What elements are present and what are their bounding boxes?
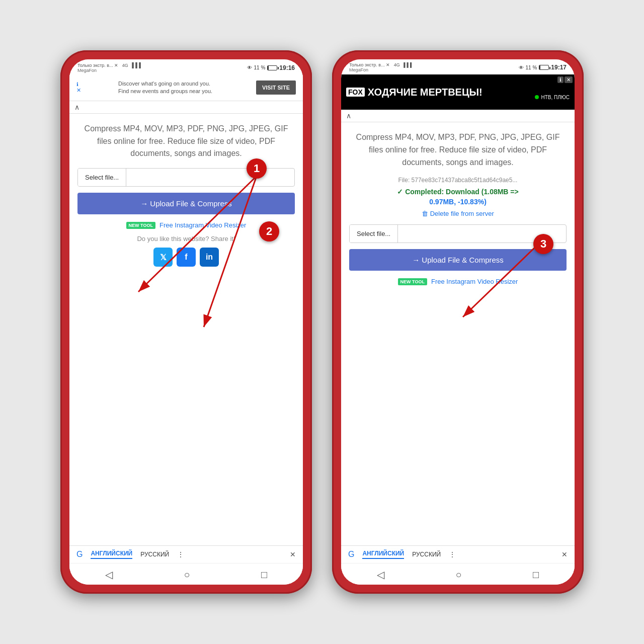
translate-bar-1: G АНГЛИЙСКИЙ РУССКИЙ ⋮ ✕ [69, 545, 303, 563]
new-tool-link-2[interactable]: Free Instagram Video Resizer [431, 278, 518, 285]
translate-close-button-2[interactable]: ✕ [561, 550, 568, 558]
browser-tab-2: Только экстр. в... ✕ 4G ▌▌▌ [349, 62, 413, 67]
phone-1: Только экстр. в... ✕ 4G ▌▌▌ MegaFon 👁 11… [60, 50, 312, 594]
status-left-2: Только экстр. в... ✕ 4G ▌▌▌ MegaFon [349, 62, 413, 72]
file-name-area-1 [126, 169, 294, 186]
battery-icon-2 [539, 65, 549, 70]
status-right-2: 👁 11 % 19:17 [519, 64, 567, 71]
google-translate-icon: G [76, 550, 83, 559]
back-icon-2[interactable]: ◁ [377, 569, 384, 581]
collapse-bar-2[interactable]: ∧ [341, 110, 575, 122]
phone-2: Только экстр. в... ✕ 4G ▌▌▌ MegaFon 👁 11… [332, 50, 584, 594]
fox-content: FOX ХОДЯЧИЕ МЕРТВЕЦЫ! [346, 87, 482, 98]
ntv-live-dot [535, 95, 539, 99]
chevron-up-icon-2[interactable]: ∧ [346, 112, 351, 120]
recents-icon[interactable]: □ [261, 569, 267, 581]
status-left-1: Только экстр. в... ✕ 4G ▌▌▌ MegaFon [77, 62, 142, 73]
battery-percent: 11 % [254, 65, 266, 70]
nav-bar-2: ◁ ○ □ [341, 563, 575, 585]
eye-icon-2: 👁 [519, 65, 524, 70]
eye-icon: 👁 [247, 65, 252, 70]
time-display-2: 19:17 [551, 64, 567, 71]
translate-lang-english-1[interactable]: АНГЛИЙСКИЙ [91, 550, 132, 559]
back-icon[interactable]: ◁ [105, 569, 113, 581]
main-description-2: Compress MP4, MOV, MP3, PDF, PNG, JPG, J… [349, 131, 567, 169]
battery-percent-2: 11 % [526, 65, 537, 70]
social-icons-1: 𝕏 f in [153, 248, 219, 267]
ad-close-buttons: ℹ ✕ [557, 76, 573, 83]
signal-icon: ▌▌▌ [132, 62, 142, 68]
screen-content-1: ℹ ✕ Discover what's going on around you.… [69, 75, 303, 585]
phone-screen-1: Только экстр. в... ✕ 4G ▌▌▌ MegaFon 👁 11… [69, 59, 303, 585]
recents-icon-2[interactable]: □ [533, 569, 539, 581]
facebook-icon: f [185, 253, 187, 262]
annotation-3: 3 [533, 234, 553, 254]
new-tool-badge-1: NEW TOOL [126, 222, 155, 229]
annotation-1: 1 [247, 158, 267, 179]
carrier-label-2: MegaFon [349, 67, 413, 72]
collapse-bar-1[interactable]: ∧ [69, 101, 303, 114]
twitter-icon: 𝕏 [160, 253, 167, 262]
linkedin-icon: in [206, 253, 213, 262]
ad-info: ℹ [76, 82, 81, 87]
completed-line1: ✓ Completed: Download (1.08MB => [397, 188, 518, 196]
main-content-1: Compress MP4, MOV, MP3, PDF, PNG, JPG, J… [69, 114, 303, 545]
upload-compress-button-2[interactable]: → Upload File & Compress [349, 249, 567, 271]
home-icon[interactable]: ○ [184, 569, 190, 581]
google-translate-icon-2: G [348, 550, 354, 559]
facebook-button[interactable]: f [177, 248, 196, 267]
translate-lang-russian-1[interactable]: РУССКИЙ [140, 551, 169, 558]
ad-close-x[interactable]: ✕ [76, 87, 81, 94]
ad-info-wrapper: ℹ ✕ [76, 82, 81, 94]
select-file-button-2[interactable]: Select file... [350, 225, 398, 243]
browser-tab: Только экстр. в... ✕ 4G ▌▌▌ [77, 62, 142, 68]
select-file-button-1[interactable]: Select file... [78, 169, 126, 186]
new-tool-badge-2: NEW TOOL [398, 278, 427, 285]
twitter-button[interactable]: 𝕏 [153, 248, 173, 267]
file-info-text: File: 577ee83c71437abca8c5f1ad64c9ae5... [398, 177, 518, 184]
screen-content-2: FOX ХОДЯЧИЕ МЕРТВЕЦЫ! НТВ, ПЛЮС ℹ ✕ [341, 74, 575, 585]
fox-logo: FOX [346, 88, 365, 97]
ad-info-button[interactable]: ℹ [557, 76, 564, 83]
share-text-1: Do you like this website? Share it! [137, 235, 235, 243]
nav-bar-1: ◁ ○ □ [69, 563, 303, 585]
annotation-2: 2 [259, 221, 279, 242]
carrier-label: MegaFon [77, 68, 142, 73]
ntv-label: НТВ, ПЛЮС [541, 95, 570, 100]
phone-screen-2: Только экстр. в... ✕ 4G ▌▌▌ MegaFon 👁 11… [341, 59, 575, 585]
upload-compress-button-1[interactable]: → Upload File & Compress [77, 193, 295, 214]
new-tool-link-1[interactable]: Free Instagram Video Resizer [159, 221, 246, 229]
fox-ad-banner: FOX ХОДЯЧИЕ МЕРТВЕЦЫ! НТВ, ПЛЮС ℹ ✕ [341, 74, 575, 110]
translate-lang-english-2[interactable]: АНГЛИЙСКИЙ [362, 550, 404, 559]
completed-line2: 0.97MB, -10.83%) [429, 198, 487, 206]
fox-title: FOX ХОДЯЧИЕ МЕРТВЕЦЫ! [346, 87, 482, 98]
status-bar-2: Только экстр. в... ✕ 4G ▌▌▌ MegaFon 👁 11… [341, 59, 575, 74]
ntv-right: НТВ, ПЛЮС [535, 95, 570, 100]
time-display: 19:16 [279, 64, 295, 71]
status-bar-1: Только экстр. в... ✕ 4G ▌▌▌ MegaFon 👁 11… [69, 59, 303, 75]
translate-bar-2: G АНГЛИЙСКИЙ РУССКИЙ ⋮ ✕ [341, 545, 575, 563]
status-right-1: 👁 11 % 19:16 [247, 64, 295, 71]
translate-more-options[interactable]: ⋮ [177, 550, 184, 558]
ad-banner-1: ℹ ✕ Discover what's going on around you.… [69, 75, 303, 101]
fox-show-title: ХОДЯЧИЕ МЕРТВЕЦЫ! [368, 87, 482, 98]
chevron-up-icon[interactable]: ∧ [74, 103, 79, 111]
translate-more-options-2[interactable]: ⋮ [449, 550, 456, 558]
translate-lang-russian-2[interactable]: РУССКИЙ [412, 551, 441, 558]
new-tool-row-2: NEW TOOL Free Instagram Video Resizer [398, 278, 518, 285]
main-description-1: Compress MP4, MOV, MP3, PDF, PNG, JPG, J… [77, 123, 295, 160]
visit-site-button[interactable]: VISIT SITE [256, 80, 296, 95]
linkedin-button[interactable]: in [200, 248, 219, 267]
delete-file-link[interactable]: 🗑 Delete file from server [422, 210, 494, 217]
battery-icon [267, 65, 277, 70]
translate-close-button[interactable]: ✕ [290, 550, 296, 558]
new-tool-row-1: NEW TOOL Free Instagram Video Resizer [126, 221, 247, 229]
home-icon-2[interactable]: ○ [455, 569, 461, 581]
ntv-badge: НТВ, ПЛЮС [535, 95, 570, 100]
ad-text: Discover what's going on around you. Fin… [118, 80, 219, 96]
ad-close-button[interactable]: ✕ [565, 76, 573, 83]
main-content-2: Compress MP4, MOV, MP3, PDF, PNG, JPG, J… [341, 122, 575, 545]
